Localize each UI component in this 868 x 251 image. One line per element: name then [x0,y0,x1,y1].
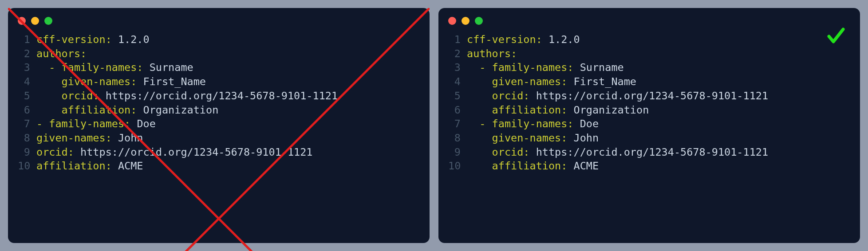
line-number: 5 [448,89,467,103]
yaml-key: orcid: [62,90,99,102]
line-content: given-names: John [36,131,143,145]
line-content: orcid: https://orcid.org/1234-5678-9101-… [36,145,313,160]
code-line: 7- family-names: Doe [18,117,420,131]
yaml-key: given-names: [62,75,137,88]
line-number: 7 [448,117,467,131]
line-content: - family-names: Doe [467,117,599,131]
yaml-key: cff-version: [467,33,542,46]
line-number: 7 [18,117,36,131]
terminal-window-right: 1cff-version: 1.2.02authors:3 - family-n… [438,8,860,243]
line-content: cff-version: 1.2.0 [467,33,580,47]
code-line: 7 - family-names: Doe [448,117,850,131]
line-number: 1 [18,33,36,47]
line-number: 9 [448,145,467,160]
yaml-key: given-names: [36,132,112,144]
code-line: 9orcid: https://orcid.org/1234-5678-9101… [18,145,420,160]
line-content: cff-version: 1.2.0 [36,33,150,47]
line-number: 9 [18,145,36,160]
line-content: given-names: First_Name [36,75,206,89]
yaml-value: Surname [143,61,193,74]
yaml-value: John [567,132,599,144]
line-number: 4 [448,75,467,89]
minimize-dot-icon [31,17,39,25]
line-number: 8 [18,131,36,145]
code-line: 3 - family-names: Surname [448,61,850,75]
code-line: 10 affiliation: ACME [448,159,850,173]
maximize-dot-icon [44,17,52,25]
yaml-value: https://orcid.org/1234-5678-9101-1121 [74,146,313,158]
incorrect-example-panel: 1cff-version: 1.2.02authors:3 - family-n… [8,8,430,243]
code-block-right: 1cff-version: 1.2.02authors:3 - family-n… [438,29,860,182]
yaml-value: First_Name [567,75,636,88]
yaml-key: authors: [467,47,517,60]
terminal-window-left: 1cff-version: 1.2.02authors:3 - family-n… [8,8,430,243]
line-number: 1 [448,33,467,47]
yaml-key: family-names: [49,118,130,130]
window-controls [8,8,430,29]
code-line: 8given-names: John [18,131,420,145]
yaml-key: affiliation: [36,160,112,172]
yaml-value: First_Name [137,75,206,88]
code-line: 5 orcid: https://orcid.org/1234-5678-910… [18,89,420,103]
line-content: authors: [36,47,87,61]
yaml-value: https://orcid.org/1234-5678-9101-1121 [529,146,768,158]
yaml-key: family-names: [492,118,574,130]
line-content: - family-names: Surname [36,61,193,75]
line-content: orcid: https://orcid.org/1234-5678-9101-… [467,89,768,103]
yaml-key: affiliation: [62,104,137,116]
code-line: 3 - family-names: Surname [18,61,420,75]
yaml-key: given-names: [492,132,568,144]
yaml-key: given-names: [492,75,568,88]
code-line: 10affiliation: ACME [18,159,420,173]
code-line: 1cff-version: 1.2.0 [18,33,420,47]
line-content: authors: [467,47,517,61]
yaml-value: https://orcid.org/1234-5678-9101-1121 [99,90,338,102]
code-line: 6 affiliation: Organization [448,103,850,118]
line-number: 10 [18,159,36,173]
window-controls [438,8,860,29]
yaml-key: orcid: [492,90,530,102]
code-line: 2authors: [448,47,850,61]
close-dot-icon [448,17,456,25]
yaml-key: family-names: [62,61,143,74]
yaml-value: Doe [130,118,156,130]
close-dot-icon [18,17,26,25]
code-line: 9 orcid: https://orcid.org/1234-5678-910… [448,145,850,160]
yaml-key: family-names: [492,61,574,74]
line-number: 4 [18,75,36,89]
line-content: - family-names: Doe [36,117,156,131]
code-line: 6 affiliation: Organization [18,103,420,118]
line-number: 2 [18,47,36,61]
line-number: 5 [18,89,36,103]
yaml-key: cff-version: [36,33,112,46]
yaml-value: Organization [137,104,218,116]
line-content: affiliation: ACME [467,159,599,173]
line-content: - family-names: Surname [467,61,624,75]
code-line: 4 given-names: First_Name [18,75,420,89]
line-content: affiliation: Organization [36,103,218,118]
yaml-key: authors: [36,47,87,60]
yaml-value: Surname [574,61,624,74]
yaml-key: orcid: [492,146,530,158]
line-number: 2 [448,47,467,61]
line-content: affiliation: Organization [467,103,649,118]
line-number: 10 [448,159,467,173]
code-line: 8 given-names: John [448,131,850,145]
minimize-dot-icon [462,17,470,25]
line-content: orcid: https://orcid.org/1234-5678-9101-… [36,89,338,103]
line-number: 6 [448,103,467,118]
yaml-key: affiliation: [492,160,568,172]
line-number: 8 [448,131,467,145]
yaml-value: ACME [112,160,143,172]
yaml-key: affiliation: [492,104,568,116]
code-line: 4 given-names: First_Name [448,75,850,89]
code-block-left: 1cff-version: 1.2.02authors:3 - family-n… [8,29,430,182]
yaml-value: https://orcid.org/1234-5678-9101-1121 [529,90,768,102]
code-line: 5 orcid: https://orcid.org/1234-5678-910… [448,89,850,103]
correct-example-panel: 1cff-version: 1.2.02authors:3 - family-n… [438,8,860,243]
line-number: 6 [18,103,36,118]
line-content: given-names: John [467,131,599,145]
line-number: 3 [448,61,467,75]
yaml-key: orcid: [36,146,74,158]
code-line: 1cff-version: 1.2.0 [448,33,850,47]
